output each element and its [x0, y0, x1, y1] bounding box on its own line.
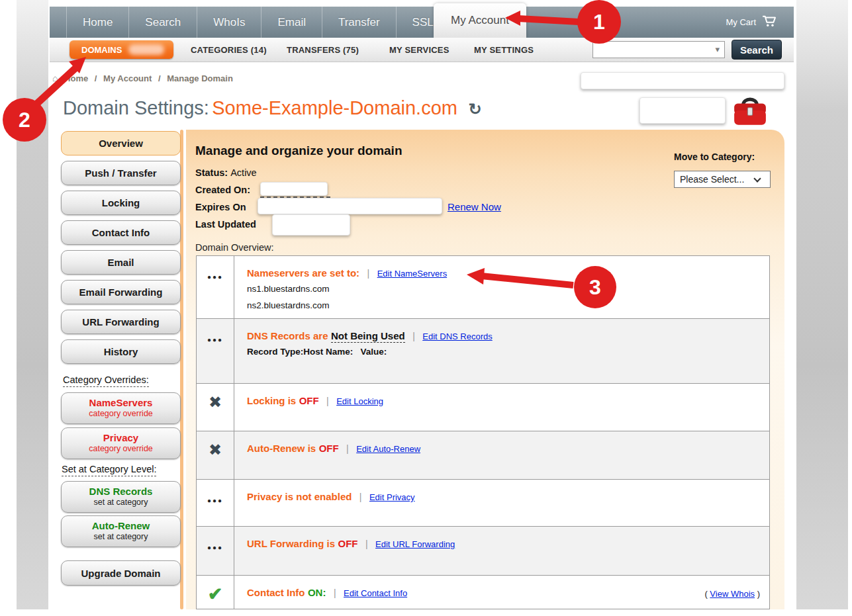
nav-tab-email[interactable]: Email [261, 7, 322, 38]
record-column-labels: Record Type:Host Name: Value: [247, 347, 757, 357]
row-icon-cell: ●●● [197, 480, 234, 526]
check-icon: ✔ [197, 584, 234, 605]
row-icon-cell: ●●● [197, 319, 234, 383]
edit-nameservers-link[interactable]: Edit NameServers [377, 269, 447, 279]
row-title: Auto-Renew is [247, 443, 316, 454]
dots-icon: ●●● [197, 544, 234, 551]
right-gutter [796, 0, 848, 609]
nav-tab-search[interactable]: Search [129, 7, 197, 38]
breadcrumb-my-account[interactable]: My Account [103, 73, 152, 83]
sidebar-tab-contact-info[interactable]: Contact Info [61, 220, 181, 245]
table-row-url-forwarding: ●●● URL Forwarding is OFF | Edit URL For… [197, 527, 769, 576]
breadcrumb: ⌂ Home / My Account / Manage Domain [52, 73, 233, 83]
sidebar-tab-locking[interactable]: Locking [61, 191, 181, 215]
nameserver-1: ns1.bluestardns.com [247, 283, 757, 296]
top-navigation: Home Search WhoIs Email Transfer SSL My … [50, 7, 794, 38]
move-to-category-select[interactable]: Please Select... [674, 171, 771, 188]
last-updated-line: Last Updated [195, 219, 256, 230]
domain-manager-page: Home Search WhoIs Email Transfer SSL My … [0, 0, 852, 616]
edit-dns-records-link[interactable]: Edit DNS Records [422, 331, 492, 341]
edit-auto-renew-link[interactable]: Edit Auto-Renew [356, 444, 420, 454]
nameserver-2: ns2.bluestardns.com [247, 299, 757, 312]
created-on-line: Created On: [195, 185, 250, 195]
row-status: Not Being Used [331, 330, 405, 343]
sidebar-tab-overview[interactable]: Overview [61, 131, 181, 155]
sidebar-button-nameservers-override[interactable]: NameServers category override [61, 392, 181, 424]
edit-url-forwarding-link[interactable]: Edit URL Forwarding [375, 539, 455, 549]
table-row-locking: ✖ Locking is OFF | Edit Locking [197, 384, 769, 431]
dots-icon: ●●● [197, 336, 234, 343]
manage-domain-heading: Manage and organize your domain [195, 144, 402, 158]
row-status: OFF [338, 538, 358, 549]
status-value: Active [230, 167, 257, 178]
override-subtitle: category override [89, 408, 153, 419]
edit-privacy-link[interactable]: Edit Privacy [369, 492, 415, 502]
left-gutter [17, 0, 48, 609]
row-title: URL Forwarding is [247, 538, 335, 549]
nav-tab-home[interactable]: Home [66, 7, 129, 38]
move-to-category-label: Move to Category: [674, 152, 755, 162]
toolbox-icon[interactable] [732, 93, 768, 130]
category-overrides-heading: Category Overrides: [63, 374, 149, 385]
nav-tab-transfer[interactable]: Transfer [322, 7, 397, 38]
nav-tab-my-account[interactable]: My Account [434, 3, 526, 38]
sidebar-button-privacy-override[interactable]: Privacy category override [61, 427, 181, 459]
sidebar-tab-history[interactable]: History [61, 339, 181, 364]
sidebar-tab-email[interactable]: Email [61, 250, 181, 275]
my-cart-button[interactable]: My Cart [726, 7, 777, 38]
sidebar-tab-email-forwarding[interactable]: Email Forwarding [61, 280, 181, 304]
dots-icon: ●●● [197, 273, 234, 281]
sidebar-button-dns-records-category[interactable]: DNS Records set at category [61, 481, 181, 513]
x-icon: ✖ [197, 393, 234, 412]
upgrade-domain-button[interactable]: Upgrade Domain [61, 560, 181, 586]
renew-now-link[interactable]: Renew Now [448, 201, 501, 212]
set-at-category-heading: Set at Category Level: [62, 464, 156, 474]
sidebar-tab-push-transfer[interactable]: Push / Transfer [61, 161, 181, 185]
title-prefix: Domain Settings: [63, 97, 209, 118]
category-select-value: Please Select... [680, 174, 744, 185]
edit-locking-link[interactable]: Edit Locking [336, 396, 383, 406]
breadcrumb-home[interactable]: Home [64, 73, 88, 83]
home-icon: ⌂ [52, 73, 58, 83]
view-whois-link[interactable]: View Whois [710, 589, 755, 599]
table-row-dns-records: ●●● DNS Records are Not Being Used | Edi… [197, 319, 769, 384]
category-title: Auto-Renew [92, 520, 150, 531]
dropdown-arrow-icon: ▾ [715, 44, 720, 54]
domain-search-dropdown[interactable]: ▾ [592, 41, 725, 58]
redacted-domain-count [128, 44, 164, 55]
row-status: ON: [308, 587, 326, 598]
category-title: DNS Records [89, 486, 153, 497]
subnav-item-domains[interactable]: DOMAINS [70, 40, 173, 59]
nav-tab-whois[interactable]: WhoIs [197, 7, 261, 38]
row-title: Privacy is not enabled [247, 491, 352, 502]
subnav-item-my-settings[interactable]: MY SETTINGS [474, 38, 534, 62]
breadcrumb-manage-domain[interactable]: Manage Domain [167, 73, 233, 83]
account-sub-navigation: DOMAINS CATEGORIES (14) TRANSFERS (75) M… [50, 38, 794, 62]
search-button[interactable]: Search [732, 40, 782, 60]
subnav-item-categories[interactable]: CATEGORIES (14) [191, 38, 267, 62]
sidebar-tab-url-forwarding[interactable]: URL Forwarding [61, 310, 181, 334]
pipe-separator: | [365, 539, 368, 549]
status-label: Status: [195, 167, 228, 178]
override-subtitle: category override [89, 443, 153, 455]
paren-close: ) [755, 589, 760, 599]
breadcrumb-separator: / [95, 73, 97, 83]
pipe-separator: | [326, 396, 329, 406]
edit-contact-info-link[interactable]: Edit Contact Info [344, 588, 407, 598]
dots-icon: ●●● [197, 497, 234, 504]
row-title: Locking is [247, 395, 296, 406]
subnav-item-my-services[interactable]: MY SERVICES [389, 38, 450, 62]
my-cart-label: My Cart [726, 17, 757, 27]
override-title: Privacy [103, 432, 138, 443]
expires-on-line: Expires On [195, 202, 246, 212]
pipe-separator: | [367, 268, 370, 279]
table-row-privacy: ●●● Privacy is not enabled | Edit Privac… [197, 480, 769, 527]
override-title: NameServers [89, 397, 153, 408]
subnav-item-transfers[interactable]: TRANSFERS (75) [287, 38, 359, 62]
chevron-down-icon [754, 175, 761, 182]
row-title: DNS Records are [247, 330, 328, 341]
refresh-icon[interactable]: ↻ [468, 100, 481, 118]
pipe-separator: | [346, 443, 349, 454]
sidebar-button-auto-renew-category[interactable]: Auto-Renew set at category [61, 515, 181, 547]
category-subtitle: set at category [94, 531, 148, 543]
